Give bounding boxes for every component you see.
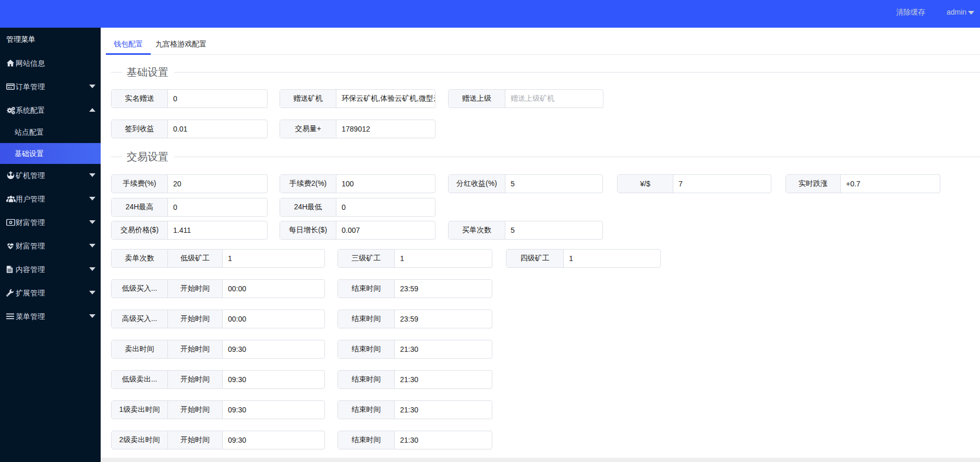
svg-text:1: 1 [10, 221, 11, 224]
